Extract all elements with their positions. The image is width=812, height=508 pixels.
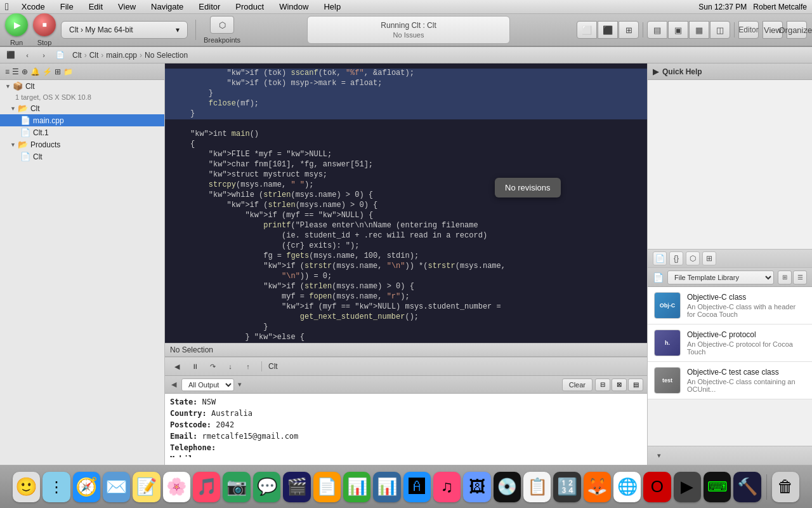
dock-item-notes[interactable]: 📝 — [133, 472, 160, 502]
breadcrumb-sep-2: › — [101, 51, 103, 60]
dock-item-textedit[interactable]: 📋 — [523, 472, 551, 502]
dock-item-mail[interactable]: ✉️ — [103, 472, 130, 502]
layout-btn-3[interactable]: ▦ — [689, 21, 709, 39]
nav-forward-btn[interactable]: › — [37, 49, 51, 62]
nav-back-btn[interactable]: ‹ — [20, 49, 34, 62]
ftp-item[interactable]: h. Objective-C protocol An Objective-C p… — [648, 324, 812, 362]
dock-item-calculator[interactable]: 🔢 — [553, 472, 580, 502]
sidebar-item-root[interactable]: ▼ 📦 Clt — [0, 80, 164, 92]
dock-item-messages[interactable]: 💬 — [253, 472, 280, 502]
debug-split-btn-3[interactable]: ▤ — [628, 378, 643, 391]
run-button[interactable] — [5, 13, 28, 36]
code-editor[interactable]: "kw">if (tok) sscanf(tok, "%f", &afloat)… — [165, 64, 647, 343]
qh-btn-2[interactable]: {} — [669, 251, 683, 265]
sidebar-toggle-btn[interactable]: ⬛ — [4, 49, 18, 62]
dock-item-opera[interactable]: O — [643, 472, 671, 502]
breakpoints-button[interactable]: ⬡ — [210, 16, 234, 34]
sidebar-target-label: 1 target, OS X SDK 10.8 — [15, 93, 91, 101]
layout-btn-4[interactable]: ◫ — [710, 21, 730, 39]
stop-button[interactable] — [33, 13, 56, 36]
dock-item-safari[interactable]: 🧭 — [73, 472, 100, 502]
standard-editor-btn[interactable]: ⬜ — [577, 21, 597, 39]
editor-panel-btn[interactable]: Editor — [738, 21, 759, 39]
dock-item-itunes[interactable]: ♫ — [433, 472, 461, 502]
debug-collapse-btn[interactable]: ◀ — [169, 378, 179, 392]
ftp-item[interactable]: Obj-C Objective-C class An Objective-C c… — [648, 287, 812, 324]
code-line: ({cr} exits): "); — [165, 241, 647, 251]
sidebar-item-products[interactable]: ▼ 📂 Products — [0, 138, 164, 150]
menu-product[interactable]: Product — [233, 2, 266, 11]
console-step-out-btn[interactable]: ↑ — [241, 359, 255, 373]
breadcrumb-file[interactable]: main.cpp — [106, 51, 137, 60]
menu-navigate[interactable]: Navigate — [148, 2, 186, 11]
breadcrumb-selection[interactable]: No Selection — [145, 51, 188, 60]
version-editor-btn[interactable]: ⊞ — [619, 21, 639, 39]
apple-menu[interactable]:  — [5, 1, 9, 13]
layout-btn-1[interactable]: ▤ — [647, 21, 667, 39]
dock-item-imovie[interactable]: 🎬 — [283, 472, 310, 502]
menu-view[interactable]: View — [115, 2, 138, 11]
dock-item-finder[interactable]: 🙂 — [13, 472, 40, 502]
sidebar-clt1-label: Clt.1 — [33, 128, 49, 137]
menu-window[interactable]: Window — [277, 2, 311, 11]
sidebar-icon-3[interactable]: ⊕ — [22, 67, 28, 76]
debug-split-btn-2[interactable]: ⊠ — [612, 378, 627, 391]
dock-item-trash[interactable]: 🗑 — [772, 472, 799, 502]
debug-filter-select[interactable]: All Output — [181, 378, 234, 391]
qh-btn-3[interactable]: ⬡ — [686, 251, 700, 265]
sidebar-clt-group-label: Clt — [30, 104, 40, 113]
menu-help[interactable]: Help — [321, 2, 343, 11]
console-pause-btn[interactable]: ⏸ — [188, 359, 202, 373]
breadcrumb-clt1[interactable]: Clt — [72, 51, 82, 60]
assistant-editor-btn[interactable]: ⬛ — [598, 21, 618, 39]
dock-item-chrome[interactable]: 🌐 — [613, 472, 641, 502]
dock-item-iphoto[interactable]: 🖼 — [463, 472, 490, 502]
dock-item-xcode[interactable]: 🔨 — [733, 472, 761, 502]
dock-item-terminal[interactable]: ⌨ — [704, 472, 731, 502]
ftp-grid-view-btn[interactable]: ⊞ — [778, 271, 792, 284]
console-collapse-btn[interactable]: ◀ — [170, 359, 184, 373]
dock-item-appstore[interactable]: 🅰 — [403, 472, 431, 502]
menu-editor[interactable]: Editor — [196, 2, 223, 11]
qh-btn-1[interactable]: 📄 — [653, 251, 667, 265]
dock-item-keynote[interactable]: 📊 — [373, 472, 400, 502]
breadcrumb-clt2[interactable]: Clt — [89, 51, 99, 60]
sidebar-item-clt1[interactable]: 📄 Clt.1 — [0, 126, 164, 138]
debug-clear-btn[interactable]: Clear — [562, 378, 593, 391]
sidebar-icon-4[interactable]: 🔔 — [30, 67, 40, 76]
menu-edit[interactable]: Edit — [86, 2, 105, 11]
dock-item-firefox[interactable]: 🦊 — [584, 472, 611, 502]
sidebar-item-clt-product[interactable]: 📄 Clt — [0, 150, 164, 163]
dock-item-numbers[interactable]: 📊 — [343, 472, 370, 502]
scheme-selector[interactable]: Clt › My Mac 64-bit ▾ — [61, 21, 188, 39]
organizer-btn[interactable]: Organizer — [787, 21, 807, 39]
output-area[interactable]: State: NSWCountry: AustraliaPostcode: 20… — [165, 394, 647, 457]
ftp-selector[interactable]: File Template Library — [667, 271, 774, 284]
dock-item-pages[interactable]: 📄 — [313, 472, 341, 502]
qh-btn-4[interactable]: ⊞ — [702, 251, 716, 265]
dock-item-music[interactable]: 🎵 — [193, 472, 220, 502]
debug-split-btn-1[interactable]: ⊟ — [595, 378, 610, 391]
dock-item-photos[interactable]: 🌸 — [163, 472, 190, 502]
dock-item-dvdplayer[interactable]: 💿 — [494, 472, 521, 502]
ftp-list-view-btn[interactable]: ☰ — [793, 271, 807, 284]
ftp-item[interactable]: test Objective-C test case class An Obje… — [648, 362, 812, 399]
sidebar-icon-1[interactable]: ≡ — [5, 67, 10, 76]
layout-btn-2[interactable]: ▣ — [668, 21, 688, 39]
code-line: } — [165, 109, 647, 119]
dock-item-launchpad[interactable]: ⋮⋮⋮ — [43, 472, 70, 502]
menu-xcode[interactable]: Xcode — [19, 2, 48, 11]
nav-structure-btn[interactable]: 📄 — [53, 49, 67, 62]
dock-item-flashplayer[interactable]: ▶ — [674, 472, 701, 502]
sidebar-icon-5[interactable]: ⚡ — [43, 67, 52, 76]
dock-item-facetime[interactable]: 📷 — [223, 472, 250, 502]
console-step-in-btn[interactable]: ↓ — [223, 359, 237, 373]
menu-file[interactable]: File — [58, 2, 76, 11]
sidebar-icon-2[interactable]: ☰ — [12, 67, 19, 76]
console-step-over-btn[interactable]: ↷ — [206, 359, 219, 373]
sidebar-item-clt-group[interactable]: ▼ 📂 Clt — [0, 102, 164, 114]
sidebar-item-main-cpp[interactable]: 📄 main.cpp — [0, 114, 164, 126]
ftp-bottom-scroll-down[interactable]: ▾ — [653, 450, 665, 462]
sidebar-icon-7[interactable]: 📁 — [63, 67, 73, 76]
sidebar-icon-6[interactable]: ⊞ — [55, 67, 61, 76]
